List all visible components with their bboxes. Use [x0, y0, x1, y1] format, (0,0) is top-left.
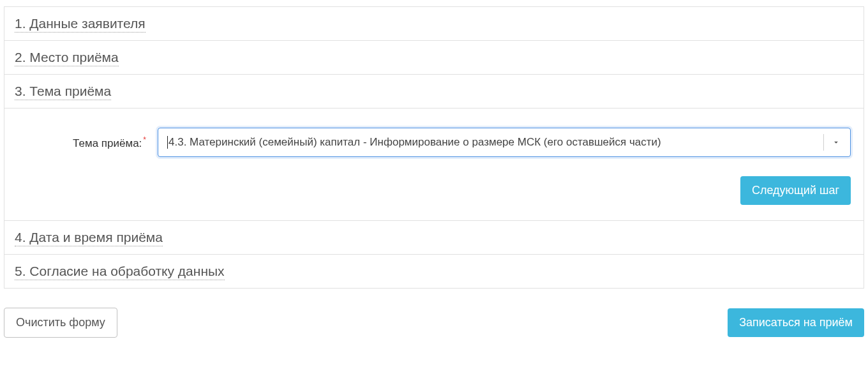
step-3-header[interactable]: 3. Тема приёма — [4, 75, 864, 109]
text-cursor — [167, 136, 168, 149]
step-3-footer: Следующий шаг — [17, 176, 851, 205]
topic-select-value: 4.3. Материнский (семейный) капитал - Ин… — [168, 136, 661, 149]
step-4-header[interactable]: 4. Дата и время приёма — [4, 221, 864, 255]
step-3-title: 3. Тема приёма — [15, 84, 111, 100]
step-2-title: 2. Место приёма — [15, 50, 119, 66]
step-5-header[interactable]: 5. Согласие на обработку данных — [4, 255, 864, 289]
step-1-title: 1. Данные заявителя — [15, 16, 146, 33]
step-1-header[interactable]: 1. Данные заявителя — [4, 7, 864, 41]
topic-select-wrap: 4.3. Материнский (семейный) капитал - Ин… — [158, 128, 851, 157]
topic-row: Тема приёма:* 4.3. Материнский (семейный… — [17, 128, 851, 157]
step-5-title: 5. Согласие на обработку данных — [15, 264, 225, 280]
step-3-panel: Тема приёма:* 4.3. Материнский (семейный… — [4, 109, 864, 221]
steps-accordion: 1. Данные заявителя 2. Место приёма 3. Т… — [4, 6, 864, 289]
form-footer: Очистить форму Записаться на приём — [4, 308, 864, 338]
topic-select[interactable]: 4.3. Материнский (семейный) капитал - Ин… — [158, 128, 851, 157]
topic-label-text: Тема приёма: — [73, 137, 142, 149]
step-2-header[interactable]: 2. Место приёма — [4, 41, 864, 75]
topic-label: Тема приёма:* — [17, 135, 158, 150]
next-step-button[interactable]: Следующий шаг — [740, 176, 851, 205]
chevron-down-icon[interactable] — [832, 138, 841, 147]
step-4-title: 4. Дата и время приёма — [15, 230, 163, 246]
clear-form-button[interactable]: Очистить форму — [4, 308, 117, 338]
submit-button[interactable]: Записаться на приём — [728, 308, 864, 337]
required-marker: * — [143, 135, 146, 144]
select-divider — [823, 134, 824, 151]
